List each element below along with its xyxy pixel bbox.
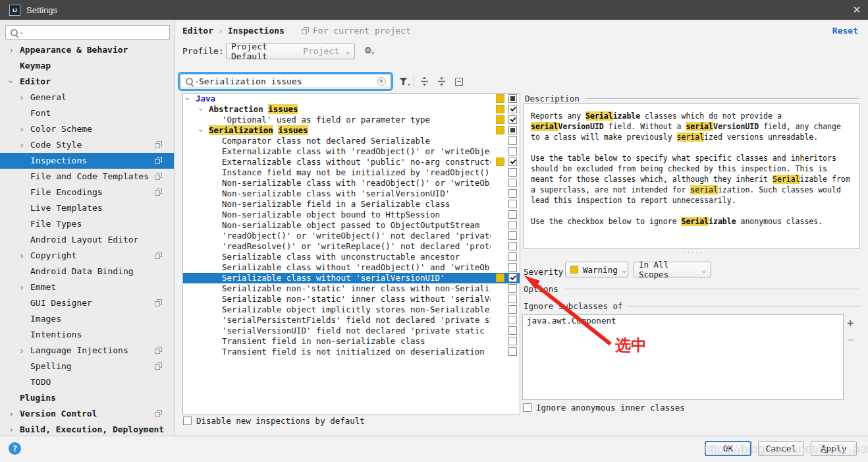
inspection-checkbox[interactable] — [508, 200, 517, 208]
splitter-handle[interactable]: ····· — [682, 250, 703, 256]
remove-class-button[interactable]: − — [847, 334, 854, 345]
inspection-checkbox[interactable] — [508, 347, 517, 356]
inspection-row[interactable]: Non-serializable object passed to Object… — [183, 220, 520, 231]
inspection-row[interactable]: Instance field may not be initialized by… — [183, 167, 520, 178]
inspection-checkbox[interactable] — [508, 252, 517, 261]
inspection-checkbox[interactable] — [508, 158, 517, 166]
sidebar-item-todo[interactable]: TODO — [0, 374, 174, 390]
inspection-row[interactable]: Non-serializable field in a Serializable… — [183, 199, 520, 210]
clear-search-icon[interactable] — [377, 77, 386, 86]
inspection-row[interactable]: 'Optional' used as field or parameter ty… — [183, 115, 520, 125]
add-class-button[interactable]: + — [847, 318, 854, 328]
inspection-checkbox[interactable] — [508, 284, 517, 293]
sidebar-item-spelling[interactable]: Spelling — [0, 359, 174, 374]
breadcrumb-editor[interactable]: Editor — [182, 26, 213, 36]
collapse-all-icon[interactable] — [436, 76, 447, 87]
inspection-row[interactable]: Comparator class not declared Serializab… — [183, 136, 520, 146]
inspection-checkbox[interactable] — [508, 179, 517, 187]
inspection-row[interactable]: Serializable class without 'serialVersio… — [183, 273, 520, 283]
inspection-row[interactable]: Serializable non-'static' inner class wi… — [183, 283, 520, 294]
sidebar-item-intentions[interactable]: Intentions — [0, 327, 174, 343]
close-icon[interactable]: ✕ — [846, 0, 868, 20]
inspection-row[interactable]: 'readResolve()' or 'writeReplace()' not … — [183, 241, 520, 252]
sidebar-item-copyright[interactable]: ›Copyright — [0, 248, 174, 264]
inspection-checkbox[interactable] — [508, 105, 517, 113]
sidebar-item-editor[interactable]: ›Editor — [0, 74, 174, 90]
ok-button[interactable]: OK — [705, 441, 751, 456]
sidebar-search-input[interactable]: ▾ — [5, 25, 170, 40]
sidebar-item-android-data-binding[interactable]: Android Data Binding — [0, 264, 174, 279]
ignore-anonymous-checkbox[interactable] — [523, 403, 531, 412]
inspection-checkbox[interactable] — [508, 136, 517, 145]
inspection-checkbox[interactable] — [508, 263, 517, 272]
sidebar-item-android-layout-editor[interactable]: Android Layout Editor — [0, 232, 174, 248]
inspection-row[interactable]: Externalizable class with 'readObject()'… — [183, 146, 520, 157]
inspection-row[interactable]: Transient field in non-serializable clas… — [183, 336, 520, 347]
profile-select[interactable]: Project Default Project ⌄ — [226, 43, 355, 59]
sidebar-item-images[interactable]: Images — [0, 311, 174, 327]
inspection-checkbox[interactable] — [508, 242, 517, 250]
sidebar-item-live-templates[interactable]: Live Templates — [0, 200, 174, 216]
disable-new-inspections-row[interactable]: Disable new inspections by default — [183, 416, 365, 426]
sidebar-item-general[interactable]: ›General — [0, 90, 174, 105]
inspection-checkbox[interactable] — [508, 316, 517, 324]
inspection-checkbox[interactable] — [508, 274, 517, 282]
expand-all-icon[interactable] — [419, 76, 430, 87]
inspection-row[interactable]: Non-serializable class with 'serialVersi… — [183, 188, 520, 199]
severity-select[interactable]: Warning ⌄ — [565, 262, 628, 277]
filter-icon[interactable]: ▾ — [398, 76, 409, 87]
inspection-row[interactable]: ›Java — [183, 94, 520, 104]
sidebar-item-appearance-behavior[interactable]: ›Appearance & Behavior — [0, 42, 174, 58]
inspection-row[interactable]: ›Serialization issues — [183, 125, 520, 136]
scope-select[interactable]: In All Scopes ⌄ — [634, 262, 711, 277]
sidebar-item-language-injections[interactable]: ›Language Injections — [0, 343, 174, 359]
inspection-row[interactable]: Serializable class with unconstructable … — [183, 252, 520, 262]
inspection-row[interactable]: Serializable non-'static' inner class wi… — [183, 294, 520, 304]
ignore-anonymous-row[interactable]: Ignore anonymous inner classes — [523, 403, 685, 413]
inspection-checkbox[interactable] — [508, 305, 517, 314]
inspection-checkbox[interactable] — [508, 168, 517, 177]
reset-link[interactable]: Reset — [832, 26, 858, 36]
sidebar-item-file-encodings[interactable]: File Encodings — [0, 185, 174, 200]
inspection-checkbox[interactable] — [508, 210, 517, 219]
ignored-classes-list[interactable]: java.awt.Component — [522, 314, 844, 400]
inspection-checkbox[interactable] — [508, 115, 517, 124]
sidebar-item-inspections[interactable]: Inspections — [0, 153, 174, 169]
cancel-button[interactable]: Cancel — [758, 441, 804, 456]
inspection-checkbox[interactable] — [508, 189, 517, 198]
inspection-search-input[interactable]: ▾ Serialization issues — [180, 74, 391, 88]
sidebar-item-plugins[interactable]: Plugins — [0, 390, 174, 406]
inspection-row[interactable]: 'serialPersistentFields' field not decla… — [183, 315, 520, 326]
inspection-checkbox[interactable] — [508, 94, 517, 103]
disable-new-inspections-checkbox[interactable] — [183, 417, 192, 425]
inspection-checkbox[interactable] — [508, 295, 517, 303]
sidebar-item-emmet[interactable]: ›Emmet — [0, 279, 174, 295]
inspection-row[interactable]: 'serialVersionUID' field not declared 'p… — [183, 326, 520, 336]
inspection-row[interactable]: 'readObject()' or 'writeObject()' not de… — [183, 231, 520, 241]
inspection-checkbox[interactable] — [508, 337, 517, 345]
inspection-row[interactable]: Non-serializable class with 'readObject(… — [183, 178, 520, 188]
inspection-row[interactable]: ›Abstraction issues — [183, 104, 520, 115]
inspection-checkbox[interactable] — [508, 126, 517, 134]
inspection-checkbox[interactable] — [508, 231, 517, 240]
gear-icon[interactable]: ⚙▾ — [365, 45, 374, 59]
inspection-row[interactable]: Serializable object implicitly stores no… — [183, 304, 520, 315]
inspection-checkbox[interactable] — [508, 326, 517, 335]
sidebar-item-gui-designer[interactable]: GUI Designer — [0, 295, 174, 311]
sidebar-item-code-style[interactable]: ›Code Style — [0, 137, 174, 153]
inspection-row[interactable]: Non-serializable object bound to HttpSes… — [183, 210, 520, 220]
help-icon[interactable]: ? — [9, 442, 21, 455]
sidebar-item-file-and-code-templates[interactable]: File and Code Templates — [0, 169, 174, 185]
ignored-class-entry[interactable]: java.awt.Component — [523, 315, 843, 327]
inspection-row[interactable]: Serializable class without 'readObject()… — [183, 262, 520, 273]
inspection-checkbox[interactable] — [508, 221, 517, 229]
inspection-checkbox[interactable] — [508, 147, 517, 156]
sidebar-item-keymap[interactable]: Keymap — [0, 58, 174, 74]
inspection-row[interactable]: Externalizable class without 'public' no… — [183, 157, 520, 167]
sidebar-item-color-scheme[interactable]: ›Color Scheme — [0, 121, 174, 137]
sidebar-item-file-types[interactable]: File Types — [0, 216, 174, 232]
sidebar-item-version-control[interactable]: ›Version Control — [0, 406, 174, 422]
apply-button[interactable]: Apply — [811, 441, 857, 456]
remove-inspection-icon[interactable] — [453, 76, 464, 87]
inspection-row[interactable]: Transient field is not initialized on de… — [183, 347, 520, 357]
